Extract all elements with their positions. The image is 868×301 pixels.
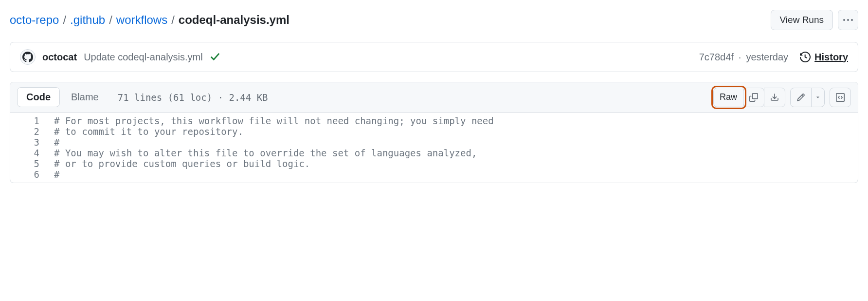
code-line: 1# For most projects, this workflow file… (10, 115, 858, 126)
file-header: octo-repo / .github / workflows / codeql… (10, 10, 858, 30)
breadcrumb-folder-workflows[interactable]: workflows (116, 13, 167, 27)
commit-author[interactable]: octocat (42, 52, 77, 63)
copy-icon (749, 93, 758, 102)
commit-info: octocat Update codeql-analysis.yml (20, 49, 220, 65)
commit-meta: 7c78d4f · yesterday History (699, 52, 848, 63)
check-icon[interactable] (210, 51, 220, 63)
code-line: 6# (10, 169, 858, 180)
chevron-down-icon (815, 94, 821, 100)
raw-button[interactable]: Raw (713, 88, 743, 107)
latest-commit-box: octocat Update codeql-analysis.yml 7c78d… (10, 42, 858, 72)
pencil-icon (796, 93, 805, 102)
breadcrumb: octo-repo / .github / workflows / codeql… (10, 13, 289, 27)
copy-button[interactable] (743, 88, 764, 107)
line-number[interactable]: 6 (10, 169, 54, 180)
commit-sha[interactable]: 7c78d4f (699, 52, 734, 63)
breadcrumb-current-file: codeql-analysis.yml (179, 13, 289, 27)
history-link[interactable]: History (800, 52, 848, 63)
breadcrumb-separator: / (171, 13, 175, 27)
avatar[interactable] (20, 49, 36, 65)
commit-time: yesterday (746, 52, 788, 63)
breadcrumb-separator: / (109, 13, 112, 27)
line-number[interactable]: 1 (10, 115, 54, 126)
kebab-icon (843, 19, 853, 21)
line-number[interactable]: 5 (10, 158, 54, 169)
code-line: 5# or to provide custom queries or build… (10, 158, 858, 169)
line-number[interactable]: 4 (10, 148, 54, 158)
header-actions: View Runs (771, 10, 858, 30)
download-icon (770, 93, 779, 102)
edit-dropdown-button[interactable] (811, 88, 825, 107)
symbols-button[interactable] (830, 88, 851, 107)
code-line: 4# You may wish to alter this file to ov… (10, 148, 858, 158)
toolbar-right: Raw (713, 88, 851, 107)
tab-code[interactable]: Code (17, 87, 60, 107)
code-line: 2# to commit it to your repository. (10, 126, 858, 137)
octocat-icon (22, 52, 33, 62)
meta-separator: · (739, 52, 741, 63)
history-icon (800, 52, 811, 62)
code-text: # (54, 169, 59, 180)
code-content: 1# For most projects, this workflow file… (10, 113, 858, 183)
toolbar-left: Code Blame 71 lines (61 loc) · 2.44 KB (17, 87, 268, 107)
view-runs-button[interactable]: View Runs (771, 10, 833, 30)
download-button[interactable] (764, 88, 785, 107)
code-text: # to commit it to your repository. (54, 126, 243, 137)
line-number[interactable]: 2 (10, 126, 54, 137)
breadcrumb-folder-github[interactable]: .github (70, 13, 105, 27)
more-options-button[interactable] (838, 10, 858, 30)
code-text: # or to provide custom queries or build … (54, 158, 310, 169)
history-label: History (814, 52, 848, 63)
edit-button[interactable] (790, 88, 812, 107)
breadcrumb-repo[interactable]: octo-repo (10, 13, 59, 27)
view-tabs: Code Blame (17, 87, 108, 107)
file-toolbar: Code Blame 71 lines (61 loc) · 2.44 KB R… (10, 82, 858, 113)
line-number[interactable]: 3 (10, 137, 54, 148)
code-text: # (54, 137, 59, 148)
file-view-box: Code Blame 71 lines (61 loc) · 2.44 KB R… (10, 82, 858, 183)
edit-button-group (790, 88, 825, 107)
code-line: 3# (10, 137, 858, 148)
tab-blame[interactable]: Blame (62, 87, 108, 107)
file-stats: 71 lines (61 loc) · 2.44 KB (118, 92, 268, 103)
code-text: # For most projects, this workflow file … (54, 115, 494, 126)
code-text: # You may wish to alter this file to ove… (54, 148, 477, 158)
code-square-icon (836, 93, 845, 102)
raw-button-group: Raw (713, 88, 785, 107)
commit-message[interactable]: Update codeql-analysis.yml (84, 52, 203, 63)
breadcrumb-separator: / (63, 13, 66, 27)
